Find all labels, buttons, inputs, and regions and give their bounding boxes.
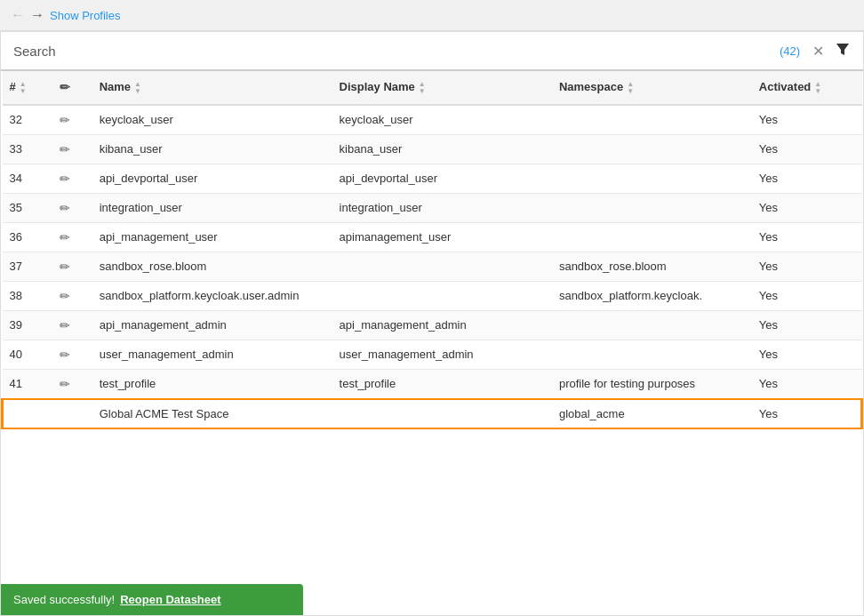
cell-display-name: keycloak_user bbox=[332, 105, 552, 135]
cell-display-name: user_management_admin bbox=[332, 340, 552, 369]
cell-activated: Yes bbox=[752, 369, 862, 399]
cell-activated: Yes bbox=[752, 252, 862, 281]
edit-row-icon[interactable]: ✏ bbox=[60, 289, 70, 303]
edit-header-icon: ✏ bbox=[60, 80, 70, 94]
table-row: 35✏integration_userintegration_userYes bbox=[3, 193, 862, 222]
table-header-row: #▲▼ ✏ Name▲▼ Display Name▲▼ Namespace▲▼ bbox=[3, 71, 862, 105]
cell-num: 33 bbox=[3, 134, 52, 164]
cell-num: 38 bbox=[3, 281, 52, 310]
edit-row-icon[interactable]: ✏ bbox=[60, 318, 70, 332]
cell-edit[interactable]: ✏ bbox=[52, 134, 92, 164]
edit-row-icon[interactable]: ✏ bbox=[60, 377, 70, 391]
table-row: 32✏keycloak_userkeycloak_userYes bbox=[3, 105, 862, 135]
table-row: 38✏sandbox_platform.keycloak.user.admins… bbox=[3, 281, 862, 310]
cell-display-name: apimanagement_user bbox=[332, 222, 552, 252]
col-header-name[interactable]: Name▲▼ bbox=[92, 71, 332, 105]
cell-edit[interactable]: ✏ bbox=[52, 310, 92, 340]
table-row: 33✏kibana_userkibana_userYes bbox=[3, 134, 862, 164]
cell-display-name: integration_user bbox=[332, 193, 552, 222]
cell-num: 37 bbox=[3, 252, 52, 281]
cell-edit bbox=[52, 399, 92, 428]
table-row: 41✏test_profiletest_profileprofile for t… bbox=[3, 369, 862, 399]
cell-name: test_profile bbox=[92, 369, 332, 399]
cell-namespace bbox=[552, 193, 752, 222]
cell-display-name bbox=[332, 399, 552, 428]
cell-name: sandbox_rose.bloom bbox=[92, 252, 332, 281]
cell-name: integration_user bbox=[92, 193, 332, 222]
cell-name: keycloak_user bbox=[92, 105, 332, 135]
cell-edit[interactable]: ✏ bbox=[52, 281, 92, 310]
table-row: 36✏api_management_userapimanagement_user… bbox=[3, 222, 862, 252]
cell-edit[interactable]: ✏ bbox=[52, 340, 92, 369]
col-header-display-name[interactable]: Display Name▲▼ bbox=[332, 71, 552, 105]
cell-edit[interactable]: ✏ bbox=[52, 252, 92, 281]
cell-namespace bbox=[552, 105, 752, 135]
reopen-datasheet-link[interactable]: Reopen Datasheet bbox=[120, 593, 220, 606]
table-row: 37✏sandbox_rose.bloomsandbox_rose.bloomY… bbox=[3, 252, 862, 281]
cell-activated: Yes bbox=[752, 164, 862, 193]
edit-row-icon[interactable]: ✏ bbox=[60, 260, 70, 274]
cell-edit[interactable]: ✏ bbox=[52, 193, 92, 222]
edit-row-icon[interactable]: ✏ bbox=[60, 172, 70, 186]
roles-table: #▲▼ ✏ Name▲▼ Display Name▲▼ Namespace▲▼ bbox=[1, 71, 863, 429]
edit-row-icon[interactable]: ✏ bbox=[60, 113, 70, 127]
cell-num: 39 bbox=[3, 310, 52, 340]
cell-num: 40 bbox=[3, 340, 52, 369]
cell-name: user_management_admin bbox=[92, 340, 332, 369]
table-wrapper[interactable]: #▲▼ ✏ Name▲▼ Display Name▲▼ Namespace▲▼ bbox=[1, 71, 863, 615]
table-row: 39✏api_management_adminapi_management_ad… bbox=[3, 310, 862, 340]
forward-arrow-icon[interactable]: → bbox=[30, 7, 44, 23]
cell-activated: Yes bbox=[752, 105, 862, 135]
back-arrow-icon[interactable]: ← bbox=[11, 7, 25, 23]
search-count: (42) bbox=[780, 44, 800, 58]
saved-message: Saved successfully! bbox=[13, 593, 115, 606]
cell-num: 35 bbox=[3, 193, 52, 222]
cell-num: 32 bbox=[3, 105, 52, 135]
cell-activated: Yes bbox=[752, 222, 862, 252]
table-row: 34✏api_devportal_userapi_devportal_userY… bbox=[3, 164, 862, 193]
cell-namespace: sandbox_rose.bloom bbox=[552, 252, 752, 281]
col-header-num: #▲▼ bbox=[3, 71, 52, 105]
app-container: ← → Show Profiles Search (42) ✕ #▲▼ bbox=[0, 0, 864, 616]
cell-edit[interactable]: ✏ bbox=[52, 369, 92, 399]
cell-activated: Yes bbox=[752, 340, 862, 369]
table-row: 40✏user_management_adminuser_management_… bbox=[3, 340, 862, 369]
edit-row-icon[interactable]: ✏ bbox=[60, 230, 70, 244]
cell-num: 34 bbox=[3, 164, 52, 193]
cell-display-name: kibana_user bbox=[332, 134, 552, 164]
cell-name: api_management_admin bbox=[92, 310, 332, 340]
cell-edit[interactable]: ✏ bbox=[52, 164, 92, 193]
cell-namespace bbox=[552, 134, 752, 164]
clear-search-icon[interactable]: ✕ bbox=[812, 43, 824, 60]
cell-edit[interactable]: ✏ bbox=[52, 222, 92, 252]
cell-namespace: global_acme bbox=[552, 399, 752, 428]
cell-name: Global ACME Test Space bbox=[92, 399, 332, 428]
cell-activated: Yes bbox=[752, 399, 862, 428]
svg-marker-0 bbox=[836, 44, 849, 55]
cell-num: 41 bbox=[3, 369, 52, 399]
cell-activated: Yes bbox=[752, 193, 862, 222]
cell-namespace bbox=[552, 340, 752, 369]
cell-namespace: profile for testing purposes bbox=[552, 369, 752, 399]
cell-activated: Yes bbox=[752, 134, 862, 164]
search-bar: Search (42) ✕ bbox=[1, 32, 863, 71]
cell-name: api_management_user bbox=[92, 222, 332, 252]
status-bar: Saved successfully! Reopen Datasheet bbox=[1, 584, 303, 615]
show-profiles-link[interactable]: Show Profiles bbox=[50, 9, 120, 22]
col-header-activated[interactable]: Activated▲▼ bbox=[752, 71, 862, 105]
cell-num bbox=[3, 399, 52, 428]
edit-row-icon[interactable]: ✏ bbox=[60, 348, 70, 362]
table-row-highlighted: Global ACME Test Spaceglobal_acmeYes bbox=[3, 399, 862, 428]
cell-display-name: test_profile bbox=[332, 369, 552, 399]
edit-row-icon[interactable]: ✏ bbox=[60, 201, 70, 215]
edit-row-icon[interactable]: ✏ bbox=[60, 142, 70, 156]
cell-namespace bbox=[552, 222, 752, 252]
cell-display-name: api_devportal_user bbox=[332, 164, 552, 193]
cell-name: sandbox_platform.keycloak.user.admin bbox=[92, 281, 332, 310]
col-header-namespace[interactable]: Namespace▲▼ bbox=[552, 71, 752, 105]
cell-edit[interactable]: ✏ bbox=[52, 105, 92, 135]
cell-name: kibana_user bbox=[92, 134, 332, 164]
cell-num: 36 bbox=[3, 222, 52, 252]
filter-icon[interactable] bbox=[835, 41, 851, 60]
cell-namespace: sandbox_platform.keycloak. bbox=[552, 281, 752, 310]
